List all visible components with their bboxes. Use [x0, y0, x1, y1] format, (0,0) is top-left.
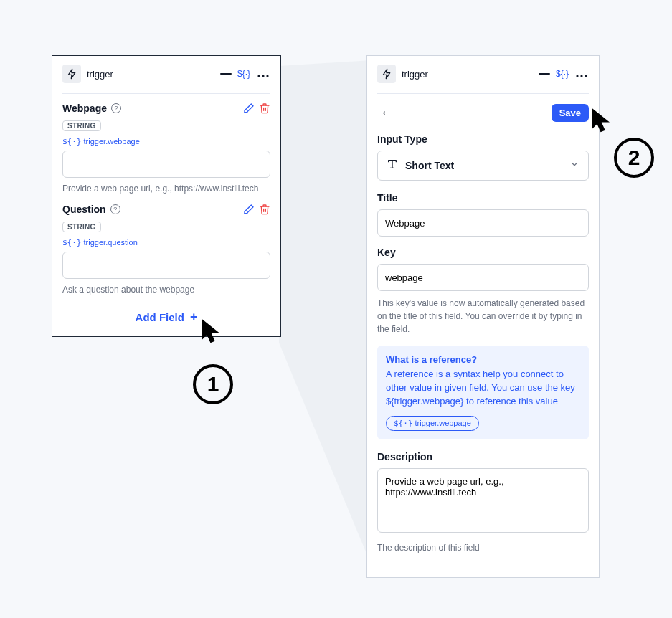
collapse-icon[interactable] — [220, 73, 232, 75]
reference-info-title: What is a reference? — [386, 354, 580, 365]
panel-header: trigger ${·} — [377, 65, 589, 94]
webpage-input[interactable] — [62, 151, 270, 178]
save-button[interactable]: Save — [552, 104, 589, 122]
key-input[interactable] — [377, 264, 589, 291]
svg-point-2 — [262, 75, 264, 77]
lightning-icon — [377, 65, 396, 83]
svg-point-5 — [580, 75, 582, 77]
node-name-label: trigger — [87, 69, 214, 80]
svg-point-1 — [257, 75, 260, 77]
key-hint: This key's value is now automatically ge… — [377, 297, 589, 336]
field-title: Question — [62, 204, 106, 215]
reference-info-body: A reference is a syntax help you connect… — [386, 368, 580, 409]
chevron-down-icon — [569, 159, 579, 172]
type-badge: STRING — [62, 222, 101, 232]
text-type-icon — [387, 158, 398, 173]
svg-point-4 — [576, 75, 578, 77]
collapse-icon[interactable] — [539, 73, 550, 75]
add-field-label: Add Field — [136, 311, 184, 323]
callout-step-2: 2 — [614, 138, 654, 178]
delete-icon[interactable] — [259, 103, 270, 114]
help-icon[interactable]: ? — [111, 103, 121, 113]
back-save-row: ← Save — [377, 103, 589, 123]
reference-toggle[interactable]: ${·} — [556, 69, 569, 79]
more-menu-icon[interactable] — [256, 66, 270, 82]
svg-marker-10 — [592, 108, 610, 133]
question-input[interactable] — [62, 252, 270, 279]
type-badge-row: STRING — [62, 118, 270, 131]
input-type-dropdown[interactable]: Short Text — [377, 151, 589, 181]
title-label: Title — [377, 192, 589, 204]
panel-header: trigger ${·} — [62, 65, 270, 94]
svg-marker-0 — [279, 60, 370, 562]
edit-icon[interactable] — [243, 103, 255, 114]
key-label: Key — [377, 247, 589, 258]
field-header: Question ? — [62, 204, 270, 215]
delete-icon[interactable] — [259, 204, 270, 215]
more-menu-icon[interactable] — [574, 66, 589, 82]
trigger-panel-fields: trigger ${·} Webpage ? — [52, 55, 281, 337]
svg-point-6 — [585, 75, 587, 77]
svg-point-3 — [266, 75, 268, 77]
svg-marker-9 — [202, 319, 219, 343]
type-badge: STRING — [62, 120, 101, 131]
type-badge-row: STRING — [62, 219, 270, 232]
field-question: Question ? STRING ${·} trigger.question … — [62, 204, 270, 295]
input-type-label: Input Type — [377, 133, 589, 145]
add-field-button[interactable]: Add Field + — [62, 305, 270, 323]
key-group: Key This key's value is now automaticall… — [377, 247, 589, 336]
dropdown-value: Short Text — [405, 160, 562, 171]
title-group: Title — [377, 192, 589, 237]
reference-path: ${·} trigger.question — [62, 238, 138, 247]
help-icon[interactable]: ? — [110, 204, 120, 214]
cursor-pointer-icon — [588, 106, 617, 135]
reference-info-box: What is a reference? A reference is a sy… — [377, 346, 589, 439]
description-textarea[interactable] — [377, 468, 589, 533]
reference-chip: ${·} trigger.webpage — [386, 416, 479, 431]
node-name-label: trigger — [402, 69, 533, 80]
description-label: Description — [377, 451, 589, 462]
field-header: Webpage ? — [62, 103, 270, 114]
field-hint: Provide a web page url, e.g., https://ww… — [62, 184, 270, 194]
field-title: Webpage — [62, 103, 107, 114]
plus-icon: + — [190, 310, 198, 323]
field-hint: Ask a question about the webpage — [62, 285, 270, 295]
reference-path: ${·} trigger.webpage — [62, 137, 140, 146]
title-input[interactable] — [377, 209, 589, 237]
lightning-icon — [62, 65, 81, 83]
description-hint: The description of this field — [377, 541, 589, 554]
back-arrow-icon[interactable]: ← — [377, 103, 396, 123]
trigger-panel-edit-field: trigger ${·} ← Save Input Type Short Tex… — [366, 55, 600, 578]
edit-icon[interactable] — [243, 204, 255, 215]
cursor-pointer-icon — [198, 317, 227, 346]
callout-step-1: 1 — [193, 364, 233, 404]
reference-toggle[interactable]: ${·} — [237, 69, 250, 79]
description-group: Description The description of this fiel… — [377, 451, 589, 554]
input-type-group: Input Type Short Text — [377, 133, 589, 181]
field-webpage: Webpage ? STRING ${·} trigger.webpage Pr… — [62, 103, 270, 194]
connector-wedge — [279, 60, 370, 562]
